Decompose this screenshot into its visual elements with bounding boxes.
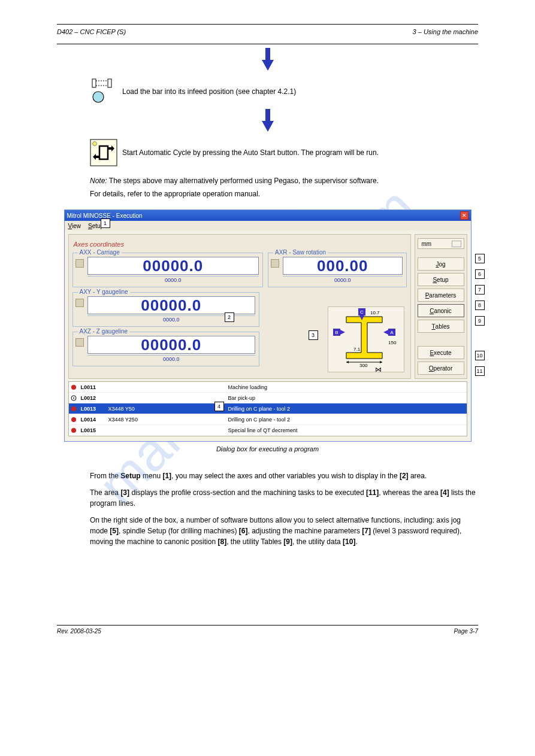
svg-text:⋈: ⋈ [375,366,382,373]
page-footer: Rev. 2008-03-25 Page 3-7 [57,628,478,634]
axx-value: 00000.0 [143,257,203,275]
svg-point-31 [71,428,76,433]
footer-left: Rev. 2008-03-25 [57,628,101,634]
program-list[interactable]: 4 L0011 Machine loading L0012 Bar pick-u… [68,381,467,436]
program-row[interactable]: L0015 Special line of QT decrement [69,425,467,436]
top-rule [57,24,478,25]
svg-marker-24 [380,361,382,363]
setup-button[interactable]: Setup [418,273,464,286]
axis-axx: AXX - Carriage 00000.0 0000.0 [72,253,264,287]
execution-dialog: Mitrol MINOSSE - Execution ✕ View Setup … [64,210,471,442]
side-panel: mm Jog Setup Parameters Canonic Tables E… [415,234,467,379]
axis-icon[interactable] [75,338,84,347]
units-button[interactable]: mm [418,238,464,249]
desc-para-3: On the right side of the box, a number o… [90,515,478,547]
svg-marker-17 [383,330,388,335]
auto-step-text: Start Automatic Cycle by pressing the Au… [122,148,379,157]
callout-3: 3 [309,330,318,340]
tables-button[interactable]: Tables [418,320,464,333]
desc-para-2: The area [3] displays the profile cross-… [90,487,478,509]
callout-5: 5 [475,254,485,263]
close-icon[interactable]: ✕ [460,211,468,220]
callout-8: 8 [475,300,485,310]
axis-axz: AXZ - Z gaugeline 00000.0 0000.0 [72,332,259,366]
program-row[interactable]: L0013 X3448 Y50 Drilling on C plane - to… [69,403,467,414]
menu-view[interactable]: View [68,223,81,229]
header-right: 3 – Using the machine [413,28,478,35]
axis-icon[interactable] [271,259,279,268]
svg-point-29 [71,406,76,411]
header-left: D402 – CNC FICEP (S) [57,28,126,35]
svg-text:10.7: 10.7 [370,310,380,315]
note-line-2: For details, refer to the appropriate op… [90,189,478,199]
axis-axr: AXR - Saw rotation 000.00 0000.0 [268,253,407,287]
load-bar-icon [90,78,117,105]
program-row[interactable]: L0014 X3448 Y250 Drilling on C plane - t… [69,414,467,425]
svg-text:150: 150 [388,340,397,345]
window-titlebar: Mitrol MINOSSE - Execution ✕ [65,210,471,221]
axis-icon[interactable] [75,299,84,307]
svg-rect-1 [92,79,96,87]
axz-value: 00000.0 [141,336,201,354]
menubar: View Setup 1 [65,221,471,230]
callout-10: 10 [475,351,485,360]
svg-rect-2 [108,79,111,87]
callout-2: 2 [225,312,234,322]
svg-point-26 [71,385,76,390]
program-row[interactable]: L0012 Bar pick-up [69,393,467,403]
svg-text:300: 300 [359,363,368,368]
callout-7: 7 [475,285,485,294]
jog-button[interactable]: Jog [418,257,464,271]
parameters-button[interactable]: Parameters [418,289,464,302]
svg-marker-11 [340,330,345,335]
flow-arrow-2 [57,109,478,133]
main-panel: Axes coordinates AXX - Carriage 00000.0 … [68,234,411,379]
page-header: D402 – CNC FICEP (S) 3 – Using the machi… [57,28,478,35]
load-step-text: Load the bar into its infeed position (s… [122,87,296,96]
svg-text:A: A [390,330,394,335]
svg-text:C: C [360,309,364,315]
svg-point-7 [93,142,97,146]
callout-6: 6 [475,269,485,279]
section-title: Axes coordinates [74,241,407,248]
callout-11: 11 [475,366,485,376]
svg-text:B: B [335,330,338,335]
axis-icon[interactable] [75,259,84,268]
axr-value: 000.00 [317,257,368,275]
axy-value: 00000.0 [141,296,201,315]
window-title: Mitrol MINOSSE - Execution [67,212,143,219]
desc-para-1: From the Setup menu [1], you may select … [90,470,478,481]
execute-button[interactable]: Execute [418,346,464,359]
header-rule [57,44,478,44]
callout-1: 1 [101,218,110,228]
footer-right: Page 3-7 [454,628,478,634]
auto-start-icon [90,139,117,166]
flow-arrow-1 [57,48,478,72]
program-row[interactable]: L0011 Machine loading [69,382,467,393]
svg-point-28 [73,397,74,399]
canonic-button[interactable]: Canonic [418,304,464,317]
callout-9: 9 [475,316,485,326]
svg-text:7.1: 7.1 [353,347,361,352]
profile-view: B C A 10.7 150 7.1 300 [328,306,404,372]
note-line-1: Note: The steps above may alternatively … [90,176,478,186]
footer-rule [57,625,478,626]
svg-point-30 [71,417,76,422]
svg-marker-23 [346,361,349,363]
operator-button[interactable]: Operator [418,362,464,375]
figure-caption: Dialog box for executing a program [57,445,478,453]
callout-4: 4 [214,402,224,411]
svg-point-5 [93,92,104,102]
units-swatch-icon [452,241,461,247]
